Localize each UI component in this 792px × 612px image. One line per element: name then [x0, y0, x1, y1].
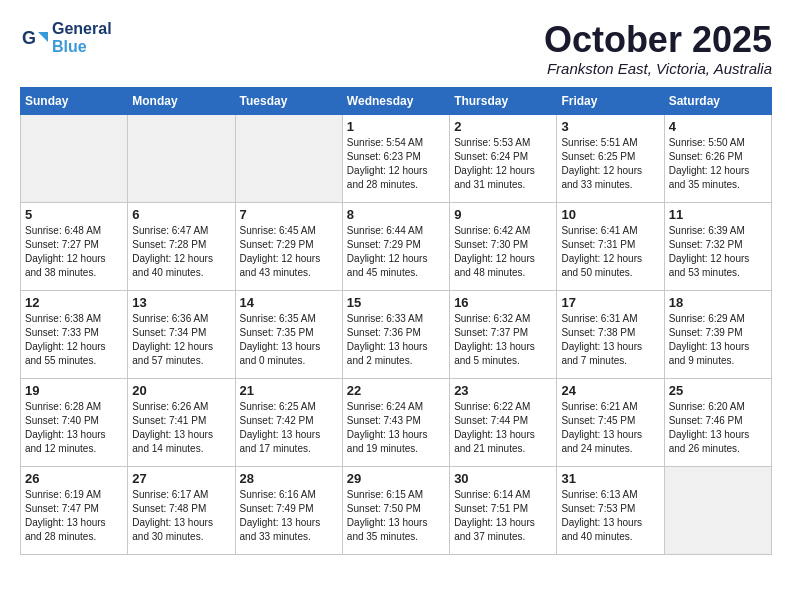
table-row: 20Sunrise: 6:26 AM Sunset: 7:41 PM Dayli… — [128, 378, 235, 466]
day-info: Sunrise: 6:15 AM Sunset: 7:50 PM Dayligh… — [347, 488, 445, 544]
header-sunday: Sunday — [21, 87, 128, 114]
logo: G General Blue — [20, 20, 112, 55]
table-row — [235, 114, 342, 202]
day-info: Sunrise: 5:50 AM Sunset: 6:26 PM Dayligh… — [669, 136, 767, 192]
header-wednesday: Wednesday — [342, 87, 449, 114]
day-info: Sunrise: 5:54 AM Sunset: 6:23 PM Dayligh… — [347, 136, 445, 192]
month-title: October 2025 — [544, 20, 772, 60]
table-row: 3Sunrise: 5:51 AM Sunset: 6:25 PM Daylig… — [557, 114, 664, 202]
day-info: Sunrise: 6:47 AM Sunset: 7:28 PM Dayligh… — [132, 224, 230, 280]
day-info: Sunrise: 6:17 AM Sunset: 7:48 PM Dayligh… — [132, 488, 230, 544]
day-number: 18 — [669, 295, 767, 310]
day-number: 16 — [454, 295, 552, 310]
table-row: 22Sunrise: 6:24 AM Sunset: 7:43 PM Dayli… — [342, 378, 449, 466]
page-header: G General Blue October 2025 Frankston Ea… — [20, 20, 772, 77]
day-number: 31 — [561, 471, 659, 486]
table-row: 6Sunrise: 6:47 AM Sunset: 7:28 PM Daylig… — [128, 202, 235, 290]
day-number: 2 — [454, 119, 552, 134]
header-row: Sunday Monday Tuesday Wednesday Thursday… — [21, 87, 772, 114]
day-number: 5 — [25, 207, 123, 222]
table-row: 31Sunrise: 6:13 AM Sunset: 7:53 PM Dayli… — [557, 466, 664, 554]
week-row-2: 5Sunrise: 6:48 AM Sunset: 7:27 PM Daylig… — [21, 202, 772, 290]
day-info: Sunrise: 6:36 AM Sunset: 7:34 PM Dayligh… — [132, 312, 230, 368]
table-row — [664, 466, 771, 554]
day-number: 21 — [240, 383, 338, 398]
day-number: 27 — [132, 471, 230, 486]
week-row-4: 19Sunrise: 6:28 AM Sunset: 7:40 PM Dayli… — [21, 378, 772, 466]
day-number: 3 — [561, 119, 659, 134]
day-number: 25 — [669, 383, 767, 398]
day-number: 10 — [561, 207, 659, 222]
table-row: 8Sunrise: 6:44 AM Sunset: 7:29 PM Daylig… — [342, 202, 449, 290]
table-row: 9Sunrise: 6:42 AM Sunset: 7:30 PM Daylig… — [450, 202, 557, 290]
table-row: 19Sunrise: 6:28 AM Sunset: 7:40 PM Dayli… — [21, 378, 128, 466]
logo-line1: General — [52, 20, 112, 38]
day-number: 20 — [132, 383, 230, 398]
header-tuesday: Tuesday — [235, 87, 342, 114]
table-row: 26Sunrise: 6:19 AM Sunset: 7:47 PM Dayli… — [21, 466, 128, 554]
table-row: 7Sunrise: 6:45 AM Sunset: 7:29 PM Daylig… — [235, 202, 342, 290]
table-row: 25Sunrise: 6:20 AM Sunset: 7:46 PM Dayli… — [664, 378, 771, 466]
table-row — [21, 114, 128, 202]
svg-marker-1 — [38, 32, 48, 42]
day-info: Sunrise: 6:38 AM Sunset: 7:33 PM Dayligh… — [25, 312, 123, 368]
header-friday: Friday — [557, 87, 664, 114]
day-number: 22 — [347, 383, 445, 398]
table-row: 13Sunrise: 6:36 AM Sunset: 7:34 PM Dayli… — [128, 290, 235, 378]
week-row-1: 1Sunrise: 5:54 AM Sunset: 6:23 PM Daylig… — [21, 114, 772, 202]
title-block: October 2025 Frankston East, Victoria, A… — [544, 20, 772, 77]
day-number: 30 — [454, 471, 552, 486]
header-thursday: Thursday — [450, 87, 557, 114]
table-row: 24Sunrise: 6:21 AM Sunset: 7:45 PM Dayli… — [557, 378, 664, 466]
day-number: 17 — [561, 295, 659, 310]
table-row: 16Sunrise: 6:32 AM Sunset: 7:37 PM Dayli… — [450, 290, 557, 378]
calendar-table: Sunday Monday Tuesday Wednesday Thursday… — [20, 87, 772, 555]
header-monday: Monday — [128, 87, 235, 114]
day-number: 12 — [25, 295, 123, 310]
day-info: Sunrise: 6:25 AM Sunset: 7:42 PM Dayligh… — [240, 400, 338, 456]
day-number: 6 — [132, 207, 230, 222]
day-info: Sunrise: 6:32 AM Sunset: 7:37 PM Dayligh… — [454, 312, 552, 368]
table-row: 2Sunrise: 5:53 AM Sunset: 6:24 PM Daylig… — [450, 114, 557, 202]
day-number: 7 — [240, 207, 338, 222]
svg-text:G: G — [22, 28, 36, 48]
table-row: 14Sunrise: 6:35 AM Sunset: 7:35 PM Dayli… — [235, 290, 342, 378]
day-number: 19 — [25, 383, 123, 398]
table-row: 12Sunrise: 6:38 AM Sunset: 7:33 PM Dayli… — [21, 290, 128, 378]
day-number: 13 — [132, 295, 230, 310]
table-row: 17Sunrise: 6:31 AM Sunset: 7:38 PM Dayli… — [557, 290, 664, 378]
day-number: 9 — [454, 207, 552, 222]
table-row: 23Sunrise: 6:22 AM Sunset: 7:44 PM Dayli… — [450, 378, 557, 466]
day-info: Sunrise: 6:41 AM Sunset: 7:31 PM Dayligh… — [561, 224, 659, 280]
logo-icon: G — [20, 24, 48, 52]
day-info: Sunrise: 6:35 AM Sunset: 7:35 PM Dayligh… — [240, 312, 338, 368]
day-info: Sunrise: 6:26 AM Sunset: 7:41 PM Dayligh… — [132, 400, 230, 456]
table-row — [128, 114, 235, 202]
day-info: Sunrise: 6:39 AM Sunset: 7:32 PM Dayligh… — [669, 224, 767, 280]
week-row-5: 26Sunrise: 6:19 AM Sunset: 7:47 PM Dayli… — [21, 466, 772, 554]
table-row: 5Sunrise: 6:48 AM Sunset: 7:27 PM Daylig… — [21, 202, 128, 290]
day-info: Sunrise: 6:42 AM Sunset: 7:30 PM Dayligh… — [454, 224, 552, 280]
table-row: 28Sunrise: 6:16 AM Sunset: 7:49 PM Dayli… — [235, 466, 342, 554]
day-info: Sunrise: 6:13 AM Sunset: 7:53 PM Dayligh… — [561, 488, 659, 544]
table-row: 11Sunrise: 6:39 AM Sunset: 7:32 PM Dayli… — [664, 202, 771, 290]
table-row: 29Sunrise: 6:15 AM Sunset: 7:50 PM Dayli… — [342, 466, 449, 554]
day-number: 24 — [561, 383, 659, 398]
table-row: 18Sunrise: 6:29 AM Sunset: 7:39 PM Dayli… — [664, 290, 771, 378]
location-subtitle: Frankston East, Victoria, Australia — [544, 60, 772, 77]
day-info: Sunrise: 6:28 AM Sunset: 7:40 PM Dayligh… — [25, 400, 123, 456]
day-info: Sunrise: 6:44 AM Sunset: 7:29 PM Dayligh… — [347, 224, 445, 280]
header-saturday: Saturday — [664, 87, 771, 114]
table-row: 21Sunrise: 6:25 AM Sunset: 7:42 PM Dayli… — [235, 378, 342, 466]
logo-line2: Blue — [52, 38, 112, 56]
table-row: 30Sunrise: 6:14 AM Sunset: 7:51 PM Dayli… — [450, 466, 557, 554]
table-row: 27Sunrise: 6:17 AM Sunset: 7:48 PM Dayli… — [128, 466, 235, 554]
day-number: 4 — [669, 119, 767, 134]
day-info: Sunrise: 6:22 AM Sunset: 7:44 PM Dayligh… — [454, 400, 552, 456]
day-number: 26 — [25, 471, 123, 486]
day-info: Sunrise: 6:24 AM Sunset: 7:43 PM Dayligh… — [347, 400, 445, 456]
table-row: 1Sunrise: 5:54 AM Sunset: 6:23 PM Daylig… — [342, 114, 449, 202]
table-row: 4Sunrise: 5:50 AM Sunset: 6:26 PM Daylig… — [664, 114, 771, 202]
day-info: Sunrise: 5:53 AM Sunset: 6:24 PM Dayligh… — [454, 136, 552, 192]
day-number: 1 — [347, 119, 445, 134]
